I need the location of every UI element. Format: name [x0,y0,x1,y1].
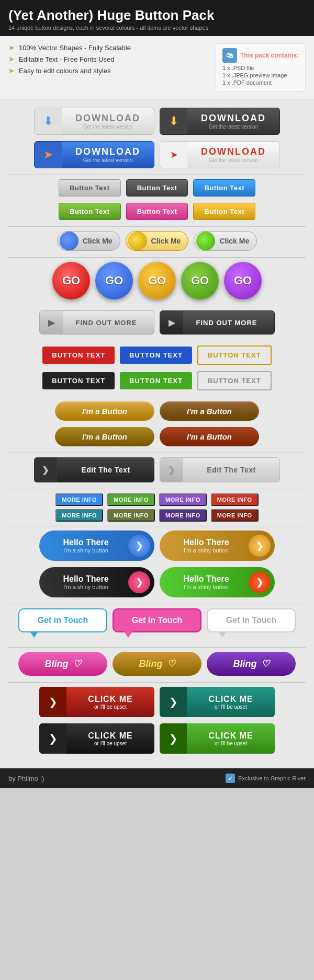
more-info-blue[interactable]: MORE INFO [55,493,103,506]
rect-button-red[interactable]: BUTTON TEXT [42,347,115,364]
bubble-button-light[interactable]: Get in Touch [207,608,296,632]
clickme-button-gray[interactable]: Click Me [57,231,120,251]
ca-arrow-teal: ❯ [160,687,187,717]
divider [8,175,306,175]
more-info-dark-red[interactable]: MORE INFO [211,509,259,522]
click-arrow-button-teal[interactable]: ❯ CLICK ME or I'll be upset [160,687,275,717]
rect-button-light-border[interactable]: BUTTON TEXT [197,371,272,390]
click-arrow-button-dark[interactable]: ❯ CLICK ME or I'll be upset [39,723,154,754]
gel-btn-row-1: I'm a Button I'm a Button [8,401,306,421]
button-blue[interactable]: Button Text [193,179,255,197]
divider [8,682,306,683]
hello-btn-row-1: Hello There I'm a shiny button ❯ Hello T… [8,531,306,561]
gel-button-brown[interactable]: I'm a Button [160,401,259,421]
button-green[interactable]: Button Text [59,203,121,220]
arrow-icon: ➤ [8,55,15,63]
go-button-gold[interactable]: GO [138,262,176,299]
ca-arrow-red: ❯ [39,687,66,717]
footer-right: ✓ Exclusive to Graphic River [226,774,306,783]
download-icon-dark: ⬇ [160,108,187,135]
clickme-button-gold[interactable]: Click Me [126,231,189,251]
edit-button-light[interactable]: ❯ Edit The Text [160,457,280,482]
footer: by Philmo :) ✓ Exclusive to Graphic Rive… [0,768,314,788]
edit-arrow-dark: ❯ [34,457,57,482]
hello-button-blue[interactable]: Hello There I'm a shiny button ❯ [39,531,154,561]
bubble-button-teal[interactable]: Get in Touch [18,608,107,632]
click-arrow-button-green[interactable]: ❯ CLICK ME or I'll be upset [160,723,275,754]
download-button-light[interactable]: ⬇ DOWNLOAD Get the latest version [34,108,154,135]
feature-item: ➤ Editable Text - Free Fonts Used [8,55,131,63]
more-info-row-2: MORE INFO MORE INFO MORE INFO MORE INFO [8,509,306,522]
clickme-circle-gold [128,232,147,250]
button-pink[interactable]: Button Text [126,203,188,220]
download-button-red[interactable]: ➤ DOWNLOAD Get the latest version [160,141,280,168]
rect-button-green[interactable]: BUTTON TEXT [120,372,192,389]
divider [8,647,306,648]
find-arrow-dark: ▶ [160,310,183,335]
hello-button-gold[interactable]: Hello There I'm a shiny button ❯ [160,531,275,561]
more-info-olive[interactable]: MORE INFO [107,509,155,522]
edit-btn-row: ❯ Edit The Text ❯ Edit The Text [8,457,306,482]
find-out-more-light[interactable]: ▶ FIND OUT MORE [39,310,154,335]
download-row-2: ➤ DOWNLOAD Get the latest version ➤ DOWN… [8,141,306,168]
button-gold[interactable]: Button Text [193,203,255,220]
rect-button-black[interactable]: BUTTON TEXT [42,372,115,389]
feature-item: ➤ 100% Vector Shapes - Fully Scalable [8,43,131,52]
hello-button-green[interactable]: Hello There I'm a shiny button ❯ [160,567,275,597]
bling-button-gold[interactable]: Bling ♡ [113,652,201,676]
gel-button-dark-red[interactable]: I'm a Button [160,427,259,446]
bubble-btn-row: Get in Touch Get in Touch Get in Touch [8,608,306,632]
go-button-purple[interactable]: GO [224,262,262,299]
button-gray[interactable]: Button Text [59,179,121,197]
button-dark-gray[interactable]: Button Text [126,179,188,197]
download-row-1: ⬇ DOWNLOAD Get the latest version ⬇ DOWN… [8,108,306,135]
features-list: ➤ 100% Vector Shapes - Fully Scalable ➤ … [8,43,131,78]
rect-button-gold-border[interactable]: BUTTON TEXT [197,345,272,365]
ca-arrow-dark: ❯ [39,723,66,754]
find-out-more-row: ▶ FIND OUT MORE ▶ FIND OUT MORE [8,310,306,335]
download-button-dark[interactable]: ⬇ DOWNLOAD Get the latest version [160,108,280,135]
click-arrow-row-2: ❯ CLICK ME or I'll be upset ❯ CLICK ME o… [8,723,306,754]
arrow-icon: ➤ [8,43,15,52]
edit-button-dark[interactable]: ❯ Edit The Text [34,457,154,482]
footer-author: by Philmo :) [8,775,44,782]
hello-circle-gold: ❯ [249,535,271,557]
page-subtitle: 14 unique button designs, each in severa… [8,25,306,31]
heart-icon: ♡ [73,658,81,670]
bling-button-pink[interactable]: Bling ♡ [18,652,107,676]
heart-icon: ♡ [167,658,175,670]
download-icon-red: ➤ [160,141,187,168]
go-button-red[interactable]: GO [52,262,90,299]
bling-btn-row: Bling ♡ Bling ♡ Bling ♡ [8,652,306,676]
header: (Yet Another) Huge Button Pack 14 unique… [0,0,314,36]
clickme-circle-green [196,232,215,250]
download-icon-blue: ➤ [35,141,62,168]
click-arrow-button-red[interactable]: ❯ CLICK ME or I'll be upset [39,687,154,717]
hello-circle-orange: ❯ [249,571,271,593]
divider [8,453,306,453]
go-button-blue[interactable]: GO [95,262,133,299]
gel-button-gold[interactable]: I'm a Button [55,401,154,421]
hello-button-dark[interactable]: Hello There I'm a shiny button ❯ [39,567,154,597]
arrow-icon: ➤ [8,66,15,75]
download-button-blue[interactable]: ➤ DOWNLOAD Get the latest version [34,141,154,168]
bling-button-purple[interactable]: Bling ♡ [207,652,296,676]
gel-btn-row-2: I'm a Button I'm a Button [8,427,306,446]
more-info-purple[interactable]: MORE INFO [159,493,207,506]
more-info-red[interactable]: MORE INFO [211,493,259,506]
clickme-button-green[interactable]: Click Me [194,231,257,251]
divider [8,397,306,397]
find-out-more-dark[interactable]: ▶ FIND OUT MORE [160,310,275,335]
more-info-dark-purple[interactable]: MORE INFO [159,509,207,522]
more-info-green[interactable]: MORE INFO [107,493,155,506]
clickme-circle-blue [60,232,78,250]
divider [8,306,306,306]
rect-button-blue[interactable]: BUTTON TEXT [120,347,192,364]
divider [8,257,306,258]
simple-btn-row-2: Button Text Button Text Button Text [8,203,306,220]
gel-button-dark-gold[interactable]: I'm a Button [55,427,154,446]
ca-arrow-green: ❯ [160,723,187,754]
go-button-green[interactable]: GO [181,262,219,299]
more-info-teal[interactable]: MORE INFO [55,509,103,522]
bubble-button-pink[interactable]: Get in Touch [113,608,201,632]
